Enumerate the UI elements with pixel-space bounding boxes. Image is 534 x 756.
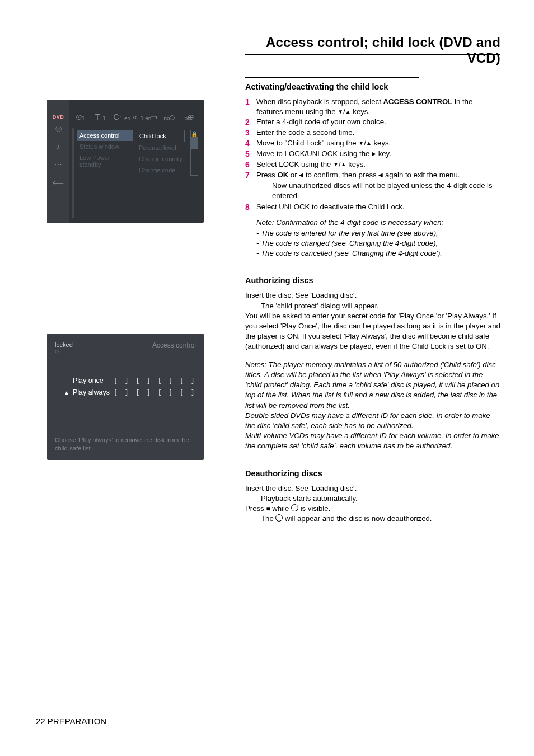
menu-item-access-control: Access control	[77, 130, 133, 141]
locked-label: locked ⊙	[55, 341, 73, 354]
step-sub: Now unauthorized discs will not be playe…	[256, 181, 500, 201]
menu-item-change-code: Change code	[137, 165, 185, 176]
stop-icon	[266, 504, 270, 513]
step-number: 1	[245, 97, 256, 117]
option-play-always: ▲Play always [ ] [ ] [ ] [ ]	[55, 387, 196, 398]
step-text: Enter a 4-digit code of your own choice.	[256, 117, 500, 128]
triangle-up-icon	[366, 139, 372, 147]
title-rule	[245, 54, 500, 55]
scrollbar: 🔒	[190, 130, 198, 176]
paragraph: Press while is visible.	[245, 504, 500, 514]
dialog-hint: Choose 'Play always' to remove the disk …	[55, 436, 196, 452]
step-number: 2	[245, 117, 256, 128]
note-paragraph: Double sided DVDs may have a different I…	[245, 411, 500, 431]
note-paragraph: Notes: The player memory maintains a lis…	[245, 360, 500, 411]
option-play-once: ▲Play once [ ] [ ] [ ] [ ]	[55, 375, 196, 387]
step-text: Move to LOCK/UNLOCK using the key.	[256, 149, 500, 159]
step-text: Enter the code a second time.	[256, 128, 500, 138]
triangle-down-icon	[333, 160, 339, 168]
section-rule	[245, 271, 335, 271]
video-icon: ⦾	[47, 120, 69, 138]
access-control-label: Access control	[152, 341, 196, 349]
note-block: Note: Confirmation of the 4-digit code i…	[245, 218, 500, 259]
step-text: Move to "Child Lock" using the / keys.	[256, 138, 500, 149]
top-val: no	[156, 115, 177, 125]
top-val: 1 en	[115, 115, 135, 125]
menu-item-status-window: Status window	[77, 141, 133, 152]
dvd-label: DVD	[47, 114, 69, 120]
step-text: Select LOCK using the / keys.	[256, 159, 500, 170]
paragraph: Insert the disc. See 'Loading disc'.	[245, 483, 500, 494]
menu-item-change-country: Change country	[137, 153, 185, 165]
paragraph-sub: The 'child protect' dialog will appear.	[245, 301, 500, 311]
triangle-up-icon	[345, 107, 351, 116]
menu-item-child-lock: Child lock	[137, 130, 185, 142]
menu-item-parental-level: Parental level	[137, 142, 185, 153]
step-number: 5	[245, 149, 256, 159]
step-text: When disc playback is stopped, select AC…	[256, 97, 500, 117]
code-field: [ ] [ ] [ ] [ ]	[114, 388, 196, 397]
triangle-up-icon: ▲	[64, 389, 69, 396]
audio-icon: ♪	[47, 138, 69, 156]
menu-item-low-power: Low Power standby	[77, 152, 133, 170]
safe-face-icon	[291, 504, 298, 513]
page-title: Access control; child lock (DVD and VCD)	[245, 35, 500, 66]
figure-locked-dialog: locked ⊙ Access control ▲Play once [ ] […	[47, 334, 204, 460]
figure-settings-panel: DVD ⦾ ♪ ⋯ ⟸ ⊙ T C « ▭ ◇ ⊕ 1 1 1 en 1 en …	[47, 100, 204, 223]
section-heading-activating: Activating/deactivating the child lock	[245, 81, 500, 92]
paragraph: Insert the disc. See 'Loading disc'.	[245, 290, 500, 300]
back-icon: ⟸	[47, 173, 69, 191]
step-number: 3	[245, 128, 256, 138]
disc-icon: ⊙	[55, 349, 73, 354]
top-val: off	[177, 115, 198, 125]
top-val: 1	[73, 115, 93, 125]
top-val: 1 en	[135, 115, 156, 125]
triangle-down-icon	[338, 107, 343, 116]
step-number: 7	[245, 170, 256, 202]
page-footer: 22 PREPARATION	[36, 716, 106, 726]
step-text: Press OK or to confirm, then press again…	[256, 170, 500, 202]
subtitle-icon: ⋯	[47, 156, 69, 173]
unsafe-face-icon	[275, 514, 283, 523]
code-field: [ ] [ ] [ ] [ ]	[114, 377, 196, 385]
step-number: 6	[245, 159, 256, 170]
triangle-up-icon	[341, 160, 346, 168]
section-heading-authorizing: Authorizing discs	[245, 275, 500, 286]
top-val: 1	[93, 115, 114, 125]
step-text: Select UNLOCK to deactivate the Child Lo…	[256, 202, 500, 213]
step-number: 8	[245, 202, 256, 213]
triangle-right-icon	[372, 149, 376, 158]
paragraph-sub: The will appear and the disc is now deau…	[245, 514, 500, 524]
steps-list: 1 When disc playback is stopped, select …	[245, 97, 500, 212]
section-rule	[245, 77, 419, 78]
note-paragraph: Multi-volume VCDs may have a different I…	[245, 431, 500, 451]
section-heading-deauthorizing: Deauthorizing discs	[245, 468, 500, 479]
paragraph: You will be asked to enter your secret c…	[245, 311, 500, 352]
section-rule	[245, 464, 335, 464]
step-number: 4	[245, 138, 256, 149]
triangle-down-icon	[358, 139, 364, 147]
paragraph-sub: Playback starts automatically.	[245, 494, 500, 504]
lock-icon: 🔒	[191, 131, 198, 137]
